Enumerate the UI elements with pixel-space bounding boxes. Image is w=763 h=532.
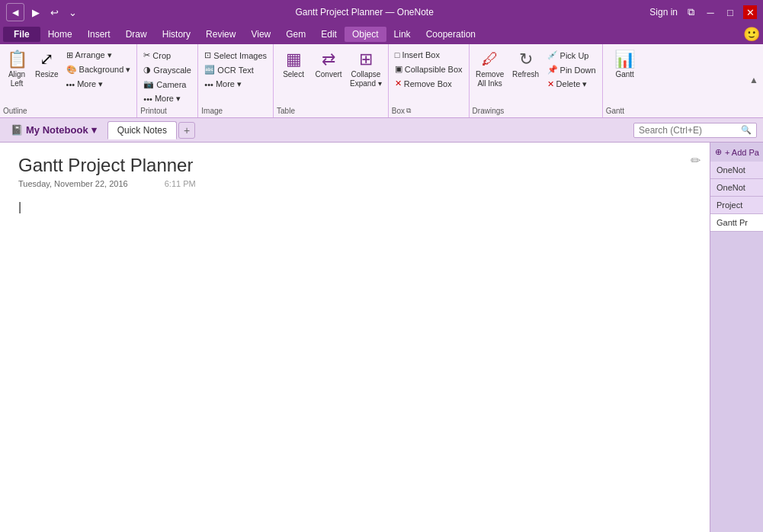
camera-icon: 📷 [143, 79, 154, 89]
notebook-selector[interactable]: 📓 My Notebook ▾ [6, 122, 101, 138]
menu-view[interactable]: View [243, 27, 278, 42]
cursor-area[interactable]: | [18, 200, 691, 214]
menu-history[interactable]: History [155, 27, 198, 42]
edit-page-button[interactable]: ✏ [691, 153, 700, 168]
align-left-button[interactable]: 📋 AlignLeft [3, 47, 30, 91]
menu-cooperation[interactable]: Cooperation [418, 27, 483, 42]
grayscale-button[interactable]: ◑ Grayscale [140, 63, 194, 76]
more-outline-label: More ▾ [77, 79, 103, 89]
camera-button[interactable]: 📷 Camera [140, 78, 194, 91]
insert-box-icon: □ [395, 50, 400, 59]
remove-all-inks-button[interactable]: 🖊 RemoveAll Inks [473, 47, 508, 91]
pick-up-label: Pick Up [560, 51, 589, 60]
menu-edit[interactable]: Edit [313, 27, 345, 42]
tab-bar: Quick Notes + [107, 121, 195, 139]
page-item-2[interactable]: Project [710, 197, 763, 214]
background-button[interactable]: 🎨 Background ▾ [63, 63, 134, 76]
page-item-0[interactable]: OneNot [710, 162, 763, 179]
ribbon-collapse-button[interactable]: ▲ [749, 75, 758, 85]
quick-access-more[interactable]: ⌄ [66, 5, 79, 19]
grayscale-label: Grayscale [153, 66, 191, 75]
menu-link[interactable]: Link [386, 27, 418, 42]
crop-icon: ✂ [143, 50, 150, 60]
grayscale-icon: ◑ [143, 65, 151, 75]
gantt-button[interactable]: 📊 Gantt [606, 47, 644, 82]
ribbon-group-table: ▦ Select ⇄ Convert ⊞ CollapseExpand ▾ Ta… [274, 44, 389, 117]
search-box: 🔍 [633, 123, 757, 138]
remove-box-button[interactable]: ✕ Remove Box [392, 77, 466, 90]
select-images-button[interactable]: ⊡ Select Images [201, 49, 270, 62]
menu-home[interactable]: Home [40, 27, 80, 42]
more-image-button[interactable]: ••• More ▾ [201, 78, 270, 91]
box-content: □ Insert Box ▣ Collapsible Box ✕ Remove … [392, 47, 466, 105]
maximize-button[interactable]: □ [723, 5, 737, 19]
ocr-text-button[interactable]: 🔤 OCR Text [201, 63, 270, 76]
outline-content: 📋 AlignLeft ⤢ Resize ⊞ Arrange ▾ 🎨 Backg… [3, 47, 133, 105]
menu-review[interactable]: Review [198, 27, 243, 42]
table-group-label: Table [277, 105, 295, 117]
menu-object[interactable]: Object [345, 27, 386, 42]
menu-file[interactable]: File [3, 27, 40, 42]
sign-in-button[interactable]: Sign in [649, 7, 678, 18]
undo-button[interactable]: ↩ [47, 5, 61, 19]
align-left-icon: 📋 [7, 50, 27, 69]
pick-up-button[interactable]: 💉 Pick Up [544, 49, 599, 62]
add-tab-button[interactable]: + [178, 122, 195, 139]
forward-button[interactable]: ▶ [29, 5, 43, 19]
main-area: Gantt Project Planner Tuesday, November … [0, 143, 763, 532]
convert-icon: ⇄ [322, 50, 335, 69]
search-input[interactable] [639, 125, 738, 136]
chevron-down-icon: ⌄ [69, 7, 77, 18]
more-printout-button[interactable]: ••• More ▾ [140, 92, 194, 105]
page-date: Tuesday, November 22, 2016 [18, 179, 128, 188]
minimize-button[interactable]: ─ [704, 5, 717, 19]
add-page-button[interactable]: ⊕ + Add Pa [710, 143, 763, 162]
page-item-1[interactable]: OneNot [710, 179, 763, 197]
refresh-button[interactable]: ↻ Refresh [509, 47, 543, 82]
arrange-icon: ⊞ [66, 50, 73, 60]
convert-button[interactable]: ⇄ Convert [312, 47, 345, 82]
more-image-icon: ••• [204, 80, 213, 89]
resize-button[interactable]: ⤢ Resize [32, 47, 62, 91]
more-image-label: More ▾ [216, 79, 242, 89]
convert-label: Convert [316, 70, 342, 79]
tab-quick-notes[interactable]: Quick Notes [107, 121, 177, 139]
search-icon[interactable]: 🔍 [741, 125, 752, 135]
crop-button[interactable]: ✂ Crop [140, 49, 194, 62]
close-button[interactable]: ✕ [743, 5, 757, 19]
restore-button[interactable]: ⧉ [684, 5, 697, 19]
select-button[interactable]: ▦ Select [277, 47, 310, 82]
ribbon: 📋 AlignLeft ⤢ Resize ⊞ Arrange ▾ 🎨 Backg… [0, 44, 763, 118]
emoji-icon: 🙂 [743, 26, 760, 43]
outline-group-label: Outline [3, 105, 27, 117]
page-item-3[interactable]: Gantt Pr [710, 214, 763, 232]
content-area[interactable]: Gantt Project Planner Tuesday, November … [0, 143, 710, 532]
pin-down-icon: 📌 [547, 65, 558, 75]
more-outline-button[interactable]: ••• More ▾ [63, 78, 134, 91]
table-content: ▦ Select ⇄ Convert ⊞ CollapseExpand ▾ [277, 47, 385, 105]
maximize-icon: □ [727, 7, 733, 18]
refresh-label: Refresh [512, 70, 539, 79]
menu-insert[interactable]: Insert [80, 27, 118, 42]
minimize-icon: ─ [707, 7, 713, 18]
pin-down-label: Pin Down [560, 66, 596, 75]
more-outline-icon: ••• [66, 80, 75, 89]
menu-gem[interactable]: Gem [278, 27, 313, 42]
collapse-expand-button[interactable]: ⊞ CollapseExpand ▾ [347, 47, 385, 91]
ribbon-group-outline: 📋 AlignLeft ⤢ Resize ⊞ Arrange ▾ 🎨 Backg… [0, 44, 137, 117]
arrange-button[interactable]: ⊞ Arrange ▾ [63, 49, 134, 62]
remove-all-inks-icon: 🖊 [482, 50, 499, 69]
delete-button[interactable]: ✕ Delete ▾ [544, 78, 599, 91]
menu-draw[interactable]: Draw [118, 27, 155, 42]
pin-down-button[interactable]: 📌 Pin Down [544, 63, 599, 76]
box-group-expand-icon[interactable]: ⧉ [406, 107, 411, 115]
collapsible-box-button[interactable]: ▣ Collapsible Box [392, 62, 466, 75]
remove-box-icon: ✕ [395, 79, 402, 88]
gantt-content: 📊 Gantt [606, 47, 644, 105]
page-title[interactable]: Gantt Project Planner [18, 155, 691, 176]
back-button[interactable]: ◀ [6, 3, 24, 21]
gantt-group-label: Gantt [606, 105, 624, 117]
printout-group-label: Printout [140, 105, 166, 117]
add-tab-icon: + [184, 124, 190, 136]
insert-box-button[interactable]: □ Insert Box [392, 49, 466, 61]
